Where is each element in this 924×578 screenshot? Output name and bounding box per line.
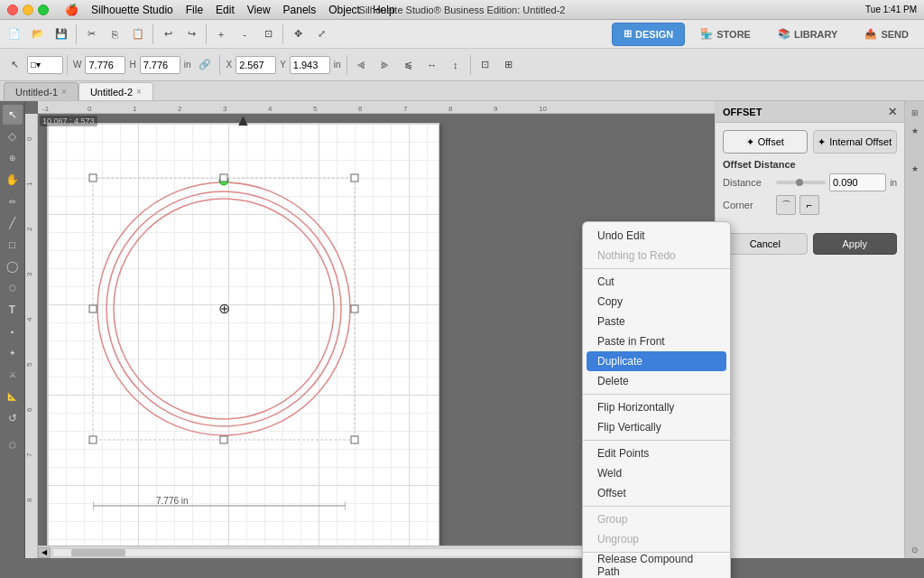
redo-btn[interactable]: ↪ bbox=[180, 23, 202, 45]
menu-cut[interactable]: Cut bbox=[583, 272, 730, 292]
select-tool[interactable]: ↖ bbox=[3, 105, 23, 125]
menu-weld[interactable]: Weld bbox=[583, 463, 730, 483]
library-tab[interactable]: 📚 LIBRARY bbox=[766, 23, 849, 46]
scroll-left-btn[interactable]: ◀ bbox=[38, 547, 51, 558]
panel-close-btn[interactable]: ✕ bbox=[888, 106, 897, 118]
design-tab[interactable]: ⊞ DESIGN bbox=[612, 23, 685, 46]
page-tool[interactable]: ⬡ bbox=[3, 435, 23, 455]
measure-tool[interactable]: 📐 bbox=[3, 387, 23, 406]
eraser-tool[interactable]: ✦ bbox=[3, 343, 23, 363]
menu-edit-points[interactable]: Edit Points bbox=[583, 443, 730, 463]
edit-points-label: Edit Points bbox=[597, 447, 649, 460]
pan-tool[interactable]: ✋ bbox=[3, 170, 23, 190]
height-input[interactable] bbox=[140, 56, 180, 74]
menu-offset[interactable]: Offset bbox=[583, 483, 730, 503]
open-btn[interactable]: 📂 bbox=[27, 23, 49, 45]
paste-btn[interactable]: 📋 bbox=[127, 23, 149, 45]
select-tool-btn[interactable]: ↖ bbox=[4, 54, 25, 76]
menu-duplicate[interactable]: Duplicate bbox=[587, 351, 726, 371]
canvas-page[interactable]: ▲ ⊕ bbox=[47, 123, 439, 558]
undo-btn[interactable]: ↩ bbox=[157, 23, 179, 45]
far-right-icon2[interactable]: ★ bbox=[907, 123, 923, 139]
menu-edit[interactable]: Edit bbox=[216, 4, 235, 16]
panel-actions: Cancel Apply bbox=[716, 226, 904, 262]
send-tab[interactable]: 📤 SEND bbox=[853, 23, 920, 46]
line-tool[interactable]: ╱ bbox=[3, 213, 23, 233]
distance-slider-thumb[interactable] bbox=[796, 179, 803, 186]
text-tool[interactable]: T bbox=[3, 300, 23, 320]
polygon-tool[interactable]: ⬡ bbox=[3, 278, 23, 298]
menu-file[interactable]: File bbox=[186, 4, 203, 16]
corner-round-btn[interactable]: ⌒ bbox=[776, 195, 796, 215]
flip-h-btn[interactable]: ↔ bbox=[421, 54, 443, 76]
zoom-tool[interactable]: ⊕ bbox=[3, 148, 23, 168]
ungroup-btn[interactable]: ⊞ bbox=[498, 54, 520, 76]
menu-bar: 🍎 Silhouette Studio File Edit View Panel… bbox=[65, 4, 395, 16]
offset-tab-btn[interactable]: ✦ Offset bbox=[723, 130, 808, 154]
new-btn[interactable]: 📄 bbox=[4, 23, 25, 45]
menu-copy[interactable]: Copy bbox=[583, 292, 730, 312]
far-right-icon3[interactable]: ★ bbox=[907, 161, 923, 177]
group-btn[interactable]: ⊡ bbox=[475, 54, 496, 76]
sep2 bbox=[152, 24, 153, 44]
cut-btn[interactable]: ✂ bbox=[80, 23, 102, 45]
menu-panels[interactable]: Panels bbox=[283, 4, 317, 16]
save-btn[interactable]: 💾 bbox=[51, 23, 72, 45]
width-input[interactable] bbox=[85, 56, 125, 74]
store-tab[interactable]: 🏪 STORE bbox=[688, 23, 762, 46]
align-right-btn[interactable]: ⫹ bbox=[398, 54, 420, 76]
copy-btn[interactable]: ⎘ bbox=[104, 23, 125, 45]
menu-delete[interactable]: Delete bbox=[583, 371, 730, 391]
circle-compound-path[interactable]: ⊕ bbox=[88, 173, 359, 444]
zoom-fit-btn[interactable]: ⊡ bbox=[257, 23, 279, 45]
menu-view[interactable]: View bbox=[247, 4, 271, 16]
internal-offset-tab-btn[interactable]: ✦ Internal Offset bbox=[813, 130, 898, 154]
units-label: in bbox=[184, 60, 191, 70]
corner-sharp-btn[interactable]: ⌐ bbox=[799, 195, 819, 215]
tab-untitled2[interactable]: Untitled-2 × bbox=[79, 82, 153, 100]
tab1-close[interactable]: × bbox=[61, 87, 67, 97]
knife-tool[interactable]: ⚔ bbox=[3, 365, 23, 385]
distance-input[interactable] bbox=[829, 173, 886, 191]
tab2-close[interactable]: × bbox=[136, 87, 142, 97]
link-aspect-btn[interactable]: 🔗 bbox=[194, 54, 216, 76]
fill-tool[interactable]: ▪ bbox=[3, 322, 23, 341]
menu-flip-vertically[interactable]: Flip Vertically bbox=[583, 417, 730, 437]
x-input[interactable] bbox=[236, 56, 276, 74]
tab2-label: Untitled-2 bbox=[90, 87, 133, 98]
menu-release-compound-path[interactable]: Release Compound Path bbox=[583, 555, 730, 575]
far-right-icon-bottom[interactable]: ⊙ bbox=[907, 542, 923, 558]
y-input[interactable] bbox=[290, 56, 330, 74]
svg-text:2: 2 bbox=[178, 105, 182, 113]
align-center-btn[interactable]: ⫸ bbox=[374, 54, 396, 76]
cancel-button[interactable]: Cancel bbox=[723, 233, 808, 255]
apply-button[interactable]: Apply bbox=[813, 233, 898, 255]
menu-paste[interactable]: Paste bbox=[583, 312, 730, 331]
close-button[interactable] bbox=[7, 5, 18, 15]
menu-flip-horizontally[interactable]: Flip Horizontally bbox=[583, 397, 730, 417]
menu-paste-in-front[interactable]: Paste in Front bbox=[583, 331, 730, 351]
menu-object[interactable]: Object bbox=[328, 4, 360, 16]
move-btn[interactable]: ✥ bbox=[287, 23, 309, 45]
transform-btn[interactable]: ⤢ bbox=[310, 23, 332, 45]
zoom-out-btn[interactable]: - bbox=[234, 23, 255, 45]
maximize-button[interactable] bbox=[38, 5, 49, 15]
tab-untitled1[interactable]: Untitled-1 × bbox=[4, 82, 79, 100]
menu-silhouette[interactable]: Silhouette Studio bbox=[91, 4, 173, 16]
minimize-button[interactable] bbox=[23, 5, 33, 15]
scroll-thumb-h[interactable] bbox=[71, 549, 125, 556]
rotate-tool[interactable]: ↺ bbox=[3, 408, 23, 428]
ellipse-tool[interactable]: ◯ bbox=[3, 256, 23, 276]
align-left-btn[interactable]: ⫷ bbox=[351, 54, 373, 76]
zoom-in-btn[interactable]: + bbox=[210, 23, 232, 45]
rect-tool[interactable]: □ bbox=[3, 235, 23, 255]
menu-undo-edit[interactable]: Undo Edit bbox=[583, 226, 730, 246]
distance-slider[interactable] bbox=[776, 181, 826, 184]
menu-apple[interactable]: 🍎 bbox=[65, 4, 79, 16]
svg-text:6: 6 bbox=[25, 407, 33, 412]
shape-selector[interactable]: □▾ bbox=[27, 56, 63, 74]
node-tool[interactable]: ◇ bbox=[3, 126, 23, 146]
pencil-tool[interactable]: ✏ bbox=[3, 191, 23, 211]
flip-v-btn[interactable]: ↕ bbox=[445, 54, 467, 76]
far-right-icon1[interactable]: ⊞ bbox=[907, 105, 923, 121]
